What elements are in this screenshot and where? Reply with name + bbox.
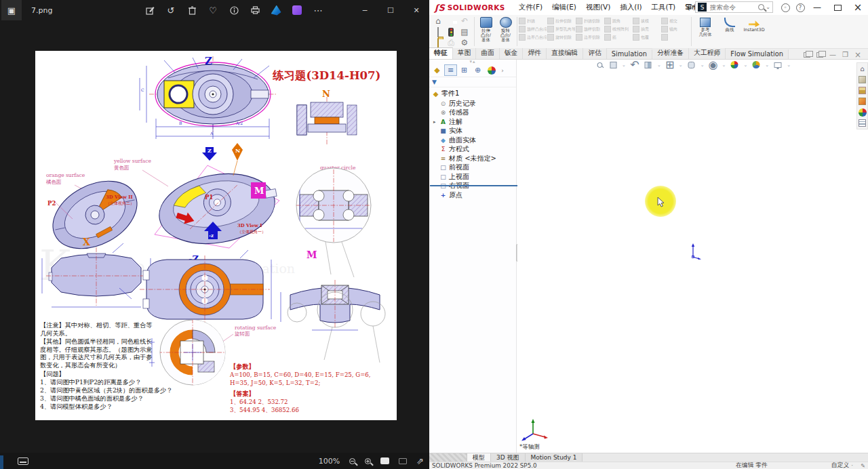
edit-appearance-icon[interactable] <box>730 60 739 69</box>
filter-icon[interactable]: ▼ <box>429 77 516 87</box>
user-account-button[interactable]: ◦ <box>778 1 792 14</box>
print-button-sw[interactable]: ⎙ <box>448 38 454 47</box>
sw-maximize-button[interactable] <box>827 0 848 15</box>
options-button[interactable]: ⚙ <box>461 38 469 47</box>
menu-item[interactable]: 工具(T) <box>648 1 680 14</box>
taskpane-design-library-icon[interactable] <box>858 86 867 95</box>
tab-scroll-handle[interactable] <box>429 453 467 462</box>
properties-button[interactable]: ▤ <box>460 27 468 37</box>
fit-to-window-button[interactable] <box>380 457 389 464</box>
cascade-icon[interactable] <box>816 52 823 58</box>
tree-item[interactable]: + 原点 <box>429 190 516 200</box>
sw-close-button[interactable]: × <box>848 0 868 15</box>
tree-item[interactable]: ◆ 曲面实体 <box>429 136 516 145</box>
revolved-boss-button[interactable]: 旋转 凸台/ 基体 <box>496 15 515 48</box>
extruded-boss-button[interactable]: 拉伸 凸台/ 基体 <box>477 15 495 48</box>
rotate-button[interactable]: ↺ <box>163 3 178 18</box>
view-orientation-icon[interactable]: ⊞ <box>665 60 675 69</box>
edit-button[interactable] <box>142 3 157 18</box>
model-tab[interactable]: 模型 <box>467 453 491 462</box>
taskpane-appearances-icon[interactable] <box>858 108 867 117</box>
minimize-button[interactable]: ─ <box>352 0 378 20</box>
view-settings-icon[interactable] <box>773 60 783 69</box>
feature-tab[interactable]: 焊件 <box>523 48 547 59</box>
menu-item[interactable]: 插入(I) <box>616 1 646 14</box>
tab-displaymanager-icon[interactable] <box>485 64 498 76</box>
model-tab[interactable]: 3D 视图 <box>491 453 526 462</box>
zoom-out-button[interactable] <box>349 458 355 464</box>
new-document-button[interactable] <box>437 28 439 37</box>
photo-canvas[interactable]: Ko CAD digital communication 练习题(3D14-H0… <box>35 51 397 420</box>
feature-tab[interactable]: 特征 <box>429 47 453 59</box>
feature-tab[interactable]: 直接编辑 <box>547 48 583 59</box>
tab-propertymanager-icon[interactable]: ⊞ <box>458 64 471 76</box>
taskpane-resources-icon[interactable] <box>858 75 867 84</box>
taskpane-home-icon[interactable]: ⌂ <box>858 64 867 73</box>
undo-button[interactable]: ↶ <box>461 16 468 26</box>
feature-tab[interactable]: 大工程师 <box>689 48 726 59</box>
doc-close-button[interactable]: × <box>854 52 861 58</box>
menu-item[interactable]: 视图(V) <box>582 1 614 14</box>
apply-scene-icon[interactable] <box>751 60 761 69</box>
info-button[interactable] <box>226 3 241 18</box>
tab-part-icon[interactable]: ◆ <box>431 64 443 76</box>
feature-tab[interactable]: 分析准备 <box>652 48 689 59</box>
instant3d-button[interactable]: Instant3D <box>742 15 766 48</box>
maximize-button[interactable]: ☐ <box>378 0 403 20</box>
onedrive-button[interactable] <box>269 3 283 18</box>
tree-item[interactable]: ⊙ 历史记录 <box>429 99 516 108</box>
feature-tab[interactable]: 评估 <box>583 48 607 59</box>
home-button[interactable]: ⌂ <box>435 16 441 26</box>
tree-item[interactable]: □ 上视面 <box>429 172 516 182</box>
previous-view-icon[interactable]: ↶ <box>630 60 639 69</box>
tree-item[interactable]: □ 前视面 <box>429 163 516 173</box>
photos-app-icon[interactable]: ▣ <box>1 0 22 20</box>
display-style-icon[interactable] <box>687 60 696 69</box>
feature-tab[interactable]: Simulation <box>607 49 652 59</box>
model-tab[interactable]: Motion Study 1 <box>526 453 583 462</box>
tree-item[interactable]: ■ 实体 <box>429 127 516 136</box>
feature-tab[interactable]: 草图 <box>453 48 477 59</box>
status-tag-icon[interactable]: ✎ <box>861 463 865 469</box>
rebuild-button[interactable] <box>448 28 454 37</box>
curves-button[interactable]: 曲线 <box>717 15 742 48</box>
feature-tab[interactable]: 曲面 <box>476 48 500 59</box>
menu-item[interactable]: 编辑(E) <box>548 1 580 14</box>
doc-restore-button[interactable]: ❐ <box>842 52 848 58</box>
sw-minimize-button[interactable]: — <box>807 0 827 15</box>
photos-app-button[interactable] <box>290 3 304 18</box>
tab-overflow-chevron[interactable]: › <box>498 64 507 76</box>
tree-item[interactable]: ≡ 材质 <未指定> <box>429 154 516 163</box>
feature-tab[interactable]: Flow Simulation <box>726 49 789 59</box>
touch-keyboard-icon[interactable] <box>18 457 28 465</box>
new-window-icon[interactable] <box>804 52 810 58</box>
tree-root[interactable]: ◆ 零件1 <box>429 87 516 99</box>
tree-item[interactable]: ▸ A 注解 <box>429 117 516 127</box>
doc-minimize-button[interactable]: — <box>829 52 836 58</box>
zoom-fit-icon[interactable] <box>595 60 604 69</box>
reference-geometry-button[interactable]: 参考 几何体 <box>693 15 717 48</box>
rollback-bar[interactable] <box>430 185 519 186</box>
fullscreen-button[interactable]: ⇗ <box>416 456 424 466</box>
search-input[interactable] <box>709 3 758 12</box>
zoom-to-area-icon[interactable] <box>608 60 618 69</box>
print-button[interactable] <box>248 3 262 18</box>
search-dropdown[interactable]: ⌄ <box>758 4 770 10</box>
tree-item[interactable]: Σ 方程式 <box>429 145 516 155</box>
graphics-area[interactable]: ⌄ ↶ ⌄ ⊞⌄ ⌄ ◉⌄ ⌄ ⌄ ⌄ ⌂ <box>517 60 868 453</box>
tree-item[interactable]: ⊗ 传感器 <box>429 108 516 118</box>
close-button[interactable]: ✕ <box>403 0 429 20</box>
zoom-in-button[interactable] <box>365 458 371 464</box>
hide-show-items-icon[interactable]: ◉ <box>709 60 718 69</box>
feature-tab[interactable]: 钣金 <box>500 48 524 59</box>
taskpane-toolbox-icon[interactable] <box>858 97 867 106</box>
favorite-button[interactable]: ♡ <box>205 3 220 18</box>
actual-size-button[interactable] <box>399 458 407 464</box>
section-view-icon[interactable] <box>644 60 653 69</box>
menu-item[interactable]: 文件(F) <box>515 1 547 14</box>
more-button[interactable]: ⋯ <box>311 3 326 18</box>
open-button[interactable] <box>437 39 439 47</box>
status-customize[interactable]: 自定义· <box>831 462 853 469</box>
tab-featuremanager-icon[interactable]: ≡ <box>444 64 457 76</box>
help-button[interactable]: ? <box>793 1 807 14</box>
